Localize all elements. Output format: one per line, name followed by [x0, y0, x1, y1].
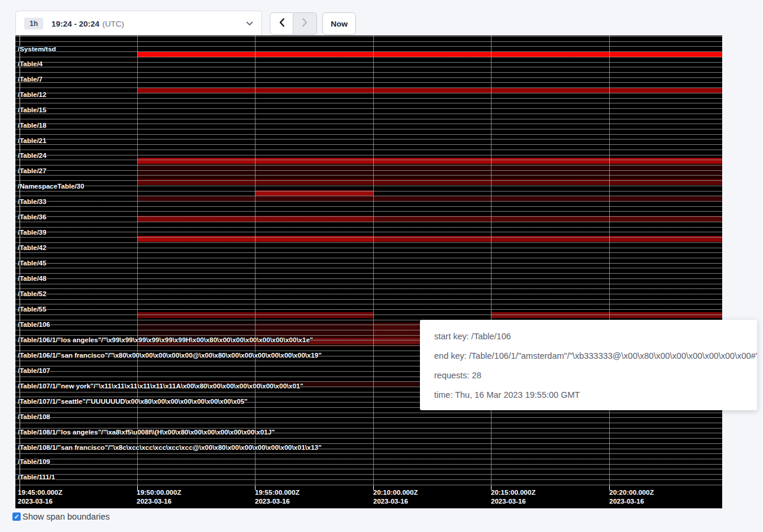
- span-label: /Table/48: [18, 275, 46, 283]
- span-label: /Table/15: [18, 106, 46, 114]
- axis-tick-label: 19:45:00.000Z2023-03-16: [18, 488, 62, 506]
- chevron-left-icon: [279, 18, 285, 30]
- span-label: /Table/107/1/"seattle"/"UUUUUUD\x00\x80\…: [18, 398, 248, 406]
- span-label: /Table/27: [18, 167, 46, 175]
- axis-tick-label: 20:10:00.000Z2023-03-16: [373, 488, 418, 506]
- span-label: /Table/111/1: [18, 473, 55, 481]
- span-label: /Table/36: [18, 213, 46, 221]
- chevron-down-icon: [246, 21, 253, 26]
- span-label: /Table/55: [18, 306, 46, 313]
- span-label: /Table/107/1/"new york"/"\x11\x11\x11\x1…: [18, 382, 303, 390]
- previous-window-button[interactable]: [270, 12, 293, 35]
- span-label: /Table/108: [18, 413, 50, 421]
- span-label: /NamespaceTable/30: [18, 183, 84, 190]
- time-axis: 19:45:00.000Z2023-03-1619:50:00.000Z2023…: [15, 486, 722, 508]
- span-label: /Table/106/1/"san francisco"/"\x80\x00\x…: [18, 352, 322, 359]
- span-label: /Table/7: [18, 76, 43, 83]
- tooltip-time: time: Thu, 16 Mar 2023 19:55:00 GMT: [434, 385, 743, 405]
- span-label: /System/tsd: [18, 46, 56, 53]
- time-range-timezone: (UTC): [102, 20, 124, 28]
- span-label: /Table/39: [18, 229, 46, 236]
- heatmap-tooltip: start key: /Table/106 end key: /Table/10…: [420, 320, 757, 410]
- axis-tick-label: 19:55:00.000Z2023-03-16: [255, 488, 299, 506]
- span-label: /Table/52: [18, 290, 46, 298]
- chevron-right-icon: [302, 18, 308, 30]
- span-label: /Table/109: [18, 458, 50, 466]
- span-label: /Table/108/1/"san francisco"/"\x8c\xcc\x…: [18, 444, 322, 452]
- tooltip-end-key: end key: /Table/106/1/"amsterdam"/"\xb33…: [434, 346, 743, 366]
- now-button[interactable]: Now: [322, 12, 356, 35]
- span-label: /Table/45: [18, 259, 46, 267]
- span-label: /Table/21: [18, 137, 46, 145]
- time-range-preset-badge: 1h: [24, 18, 43, 30]
- tooltip-start-key: start key: /Table/106: [434, 327, 743, 346]
- show-span-boundaries-row: ✓ Show span boundaries: [12, 512, 110, 521]
- show-span-boundaries-label: Show span boundaries: [22, 512, 110, 521]
- span-label: /Table/106: [18, 321, 50, 329]
- span-label: /Table/12: [18, 91, 46, 99]
- next-window-button[interactable]: [293, 12, 317, 35]
- span-label: /Table/106/1/"los angeles"/"\x99\x99\x99…: [18, 336, 313, 344]
- axis-tick-label: 20:20:00.000Z2023-03-16: [609, 488, 654, 506]
- span-label: /Table/18: [18, 122, 46, 129]
- show-span-boundaries-checkbox[interactable]: ✓: [12, 512, 21, 521]
- span-label: /Table/107: [18, 367, 50, 375]
- axis-tick-label: 19:50:00.000Z2023-03-16: [137, 488, 181, 506]
- span-label: /Table/24: [18, 152, 46, 160]
- span-labels-layer: /System/tsd/Table/4/Table/7/Table/12/Tab…: [15, 35, 722, 486]
- span-label: /Table/108/1/"los angeles"/"\xa8\xf5\u00…: [18, 429, 275, 436]
- key-visualizer-canvas[interactable]: /System/tsd/Table/4/Table/7/Table/12/Tab…: [15, 35, 722, 508]
- span-label: /Table/4: [18, 60, 43, 68]
- time-window-nav: [270, 12, 317, 35]
- time-range-selector[interactable]: 1h 19:24 - 20:24 (UTC): [15, 11, 262, 37]
- tooltip-requests: requests: 28: [434, 366, 743, 385]
- time-range-label: 19:24 - 20:24: [51, 20, 99, 28]
- span-label: /Table/33: [18, 198, 46, 206]
- axis-tick-label: 20:15:00.000Z2023-03-16: [491, 488, 535, 506]
- span-label: /Table/42: [18, 244, 46, 252]
